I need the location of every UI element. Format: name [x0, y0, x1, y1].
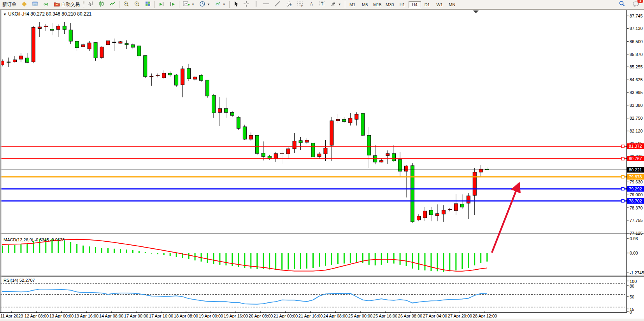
horizontal-line-tool-button[interactable] — [261, 0, 272, 9]
zoom-out-button[interactable] — [132, 0, 142, 9]
chart-shift-button[interactable] — [167, 0, 177, 9]
timeframe-button-w1[interactable]: W1 — [433, 1, 446, 8]
tile-windows-button[interactable] — [143, 0, 153, 9]
crosshair-icon — [243, 1, 249, 8]
candle-body — [448, 209, 451, 210]
price-axis-label: 82.750 — [630, 116, 643, 120]
timeframe-button-d1[interactable]: D1 — [421, 1, 433, 8]
candle-body — [44, 26, 47, 27]
candlestick-chart-button[interactable] — [97, 0, 107, 9]
price-axis-label: 77.125 — [630, 231, 643, 236]
hline-price-label: 81.372 — [627, 143, 644, 149]
candle-body — [131, 45, 135, 47]
fibonacci-tool-button[interactable]: F — [295, 0, 306, 9]
hline-handle[interactable] — [621, 176, 624, 178]
templates-button[interactable]: ▼ — [213, 0, 228, 9]
toolbar-separator — [154, 1, 155, 8]
text-tool-button[interactable]: A — [307, 0, 316, 9]
candle-body — [200, 75, 203, 80]
candle-body — [386, 154, 390, 155]
chart-shift-marker[interactable] — [473, 10, 479, 13]
arrows-tool-button[interactable]: ▼ — [328, 0, 343, 9]
candle-body — [56, 26, 60, 30]
time-axis-label: 18 Apr 08:00 — [174, 314, 198, 318]
candle-body — [1, 61, 4, 65]
hline-price-label: 78.702 — [627, 198, 644, 204]
candle-body — [224, 108, 228, 112]
time-axis-label: 27 Apr 04:00 — [423, 314, 447, 318]
hline-handle[interactable] — [621, 145, 624, 148]
auto-trading-button[interactable]: 自动交易 — [52, 0, 82, 9]
candle-body — [274, 154, 277, 159]
svg-text:A: A — [310, 1, 313, 7]
rsi-label: RSI(14) 52.2707 — [4, 278, 35, 283]
timeframe-button-h4[interactable]: H4 — [409, 1, 421, 8]
zoom-in-button[interactable] — [121, 0, 131, 9]
candle-body — [349, 118, 352, 123]
macd-axis-label: 0.00 — [630, 251, 638, 255]
candle-body — [218, 108, 221, 112]
text-label-tool-button[interactable]: T — [317, 0, 328, 9]
candle-body — [342, 119, 346, 122]
crosshair-tool-button[interactable] — [241, 0, 251, 9]
new-order-button[interactable]: 新订单 — [0, 0, 18, 9]
candle-body — [156, 75, 160, 76]
periods-button[interactable]: ▼ — [197, 0, 212, 9]
line-chart-button[interactable] — [107, 0, 118, 9]
price-axis-label: 85.870 — [630, 52, 643, 57]
timeframe-button-m15[interactable]: M15 — [371, 1, 384, 8]
timeframe-button-m5[interactable]: M5 — [359, 1, 371, 8]
time-axis-label: 12 Apr 08:00 — [25, 314, 49, 318]
candle-body — [435, 214, 439, 216]
chart-shift-icon — [169, 1, 175, 8]
trendline-tool-button[interactable] — [272, 0, 283, 9]
candle-body — [261, 153, 265, 157]
trend-arrow-annotation[interactable] — [492, 183, 519, 253]
annotations-layer[interactable] — [473, 10, 519, 253]
search-icon — [618, 0, 625, 9]
market-watch-button[interactable] — [19, 0, 29, 9]
candle-body — [94, 42, 97, 58]
text-label-icon: T — [319, 1, 326, 8]
timeframe-button-m30[interactable]: M30 — [384, 1, 396, 8]
status-bar — [0, 319, 644, 321]
timeframe-button-m1[interactable]: M1 — [346, 1, 359, 8]
hline-handle[interactable] — [621, 187, 624, 190]
time-axis-label: 27 Apr 20:00 — [448, 314, 472, 318]
timeframe-button-mn[interactable]: MN — [446, 1, 458, 8]
candle-body — [81, 45, 85, 47]
hline-handle[interactable] — [621, 200, 624, 202]
hline-handle[interactable] — [621, 157, 624, 160]
vertical-line-tool-button[interactable] — [252, 0, 260, 9]
auto-scroll-button[interactable] — [156, 0, 167, 9]
candle-body — [280, 154, 284, 154]
cursor-tool-button[interactable] — [231, 0, 240, 9]
candle-body — [25, 58, 29, 63]
cursor-icon — [233, 1, 239, 8]
candle-body — [355, 114, 358, 119]
notifications-button[interactable]: 1 — [630, 0, 641, 9]
time-axis-label: 13 Apr 16:00 — [74, 314, 98, 318]
candles-layer — [1, 22, 489, 223]
time-axis-label: 25 Apr 00:00 — [348, 314, 372, 318]
data-window-button[interactable] — [30, 0, 40, 9]
indicators-button[interactable]: ▼ — [181, 0, 197, 9]
candle-body — [398, 160, 402, 171]
candle-body — [168, 73, 172, 75]
chart-plot-area[interactable] — [0, 10, 644, 319]
candle-body — [305, 140, 309, 142]
candle-body — [7, 62, 10, 63]
chart-collapse-icon[interactable]: ▼ — [3, 12, 7, 16]
candle-body — [380, 160, 383, 162]
candle-body — [187, 68, 191, 79]
timeframe-button-h1[interactable]: H1 — [396, 1, 409, 8]
bar-chart-button[interactable] — [86, 0, 96, 9]
price-axis-label: 79.630 — [630, 180, 643, 184]
candle-body — [429, 210, 433, 215]
channel-tool-button[interactable]: E — [283, 0, 294, 9]
search-button[interactable] — [616, 0, 627, 9]
horizontal-line-icon — [263, 1, 270, 8]
signal-button[interactable] — [41, 0, 51, 9]
candle-body — [206, 80, 209, 96]
candle-body — [100, 47, 104, 58]
